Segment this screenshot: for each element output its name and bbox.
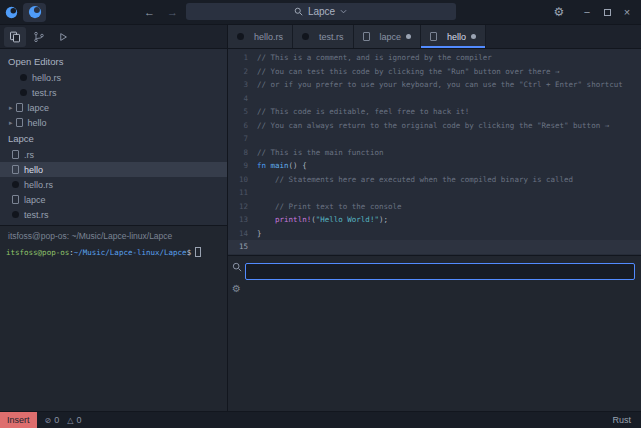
file-icon bbox=[363, 32, 370, 41]
tab-label: hello bbox=[447, 32, 466, 42]
error-icon: ⊘ bbox=[45, 416, 52, 425]
modified-dot bbox=[471, 34, 476, 39]
file-icon bbox=[12, 165, 19, 174]
tree-item-hello-rs[interactable]: hello.rs bbox=[0, 177, 227, 192]
tree-section-lapce: Lapce.rshellohello.rslapcetest.rs bbox=[0, 130, 227, 222]
forward-button[interactable]: → bbox=[167, 6, 178, 18]
maximize-button[interactable] bbox=[597, 0, 617, 24]
code-line[interactable]: 4 bbox=[228, 92, 641, 106]
file-explorer-icon[interactable] bbox=[4, 27, 26, 47]
maximize-icon bbox=[604, 9, 611, 16]
tree-item-hello-rs[interactable]: hello.rs bbox=[0, 70, 227, 85]
file-name: lapce bbox=[24, 195, 46, 205]
code-line[interactable]: 10 // Statements here are executed when … bbox=[228, 173, 641, 187]
code-line[interactable]: 1// This is a comment, and is ignored by… bbox=[228, 51, 641, 65]
line-number: 6 bbox=[228, 121, 248, 130]
code-line[interactable]: 12 // Print text to the console bbox=[228, 200, 641, 214]
code-text: // This is a comment, and is ignored by … bbox=[257, 53, 492, 62]
tree-item-test-rs[interactable]: test.rs bbox=[0, 85, 227, 100]
file-icon bbox=[430, 32, 437, 41]
panel-icon-strip: ⚙ bbox=[228, 256, 245, 411]
tree-item-test-rs[interactable]: test.rs bbox=[0, 207, 227, 222]
tree-item-rs[interactable]: .rs bbox=[0, 147, 227, 162]
code-line[interactable]: 8// This is the main function bbox=[228, 146, 641, 160]
code-line[interactable]: 15 bbox=[228, 240, 641, 254]
section-header-lapce[interactable]: Lapce bbox=[0, 130, 227, 147]
main-area: Open Editorshello.rstest.rs▸lapce▸helloL… bbox=[0, 25, 641, 411]
back-button[interactable]: ← bbox=[144, 6, 155, 18]
warnings-indicator[interactable]: △ 0 bbox=[67, 415, 81, 425]
tab-label: hello.rs bbox=[254, 32, 283, 42]
tree-item-hello[interactable]: hello bbox=[0, 162, 227, 177]
tree-item-lapce[interactable]: lapce bbox=[0, 192, 227, 207]
terminal-prompt-text: itsfoss@pop-os:~/Music/Lapce-linux/Lapce… bbox=[6, 248, 191, 257]
file-tree: Open Editorshello.rstest.rs▸lapce▸helloL… bbox=[0, 49, 227, 225]
tree-item-lapce[interactable]: ▸lapce bbox=[0, 100, 227, 115]
panel-gear-icon[interactable]: ⚙ bbox=[232, 283, 241, 294]
tab-hello[interactable]: hello bbox=[421, 25, 486, 48]
source-control-icon[interactable] bbox=[28, 27, 50, 47]
code-line[interactable]: 2// You can test this code by clicking t… bbox=[228, 65, 641, 79]
code-line[interactable]: 11 bbox=[228, 186, 641, 200]
line-number: 4 bbox=[228, 94, 248, 103]
line-number: 11 bbox=[228, 188, 248, 197]
code-text: // You can always return to the original… bbox=[257, 121, 609, 130]
code-text: // Statements here are executed when the… bbox=[257, 175, 573, 184]
mode-badge[interactable]: Insert bbox=[0, 412, 37, 428]
panel-body bbox=[245, 256, 641, 411]
code-text: } bbox=[257, 229, 262, 238]
statusbar: Insert ⊘ 0 △ 0 Rust bbox=[0, 411, 641, 428]
debug-run-icon[interactable] bbox=[52, 27, 74, 47]
line-number: 3 bbox=[228, 80, 248, 89]
command-palette[interactable]: Lapce bbox=[186, 3, 456, 20]
warning-count: 0 bbox=[76, 415, 81, 425]
panel-search-icon[interactable] bbox=[232, 262, 242, 272]
terminal-panel[interactable]: itsfoss@pop-os: ~/Music/Lapce-linux/Lapc… bbox=[0, 225, 227, 411]
line-number: 12 bbox=[228, 202, 248, 211]
file-icon bbox=[16, 103, 23, 112]
tab-bar: hello.rstest.rslapcehello bbox=[228, 25, 641, 49]
section-header-open-editors[interactable]: Open Editors bbox=[0, 53, 227, 70]
rust-file-icon bbox=[20, 74, 27, 81]
file-name: test.rs bbox=[24, 210, 49, 220]
line-number: 15 bbox=[228, 242, 248, 251]
workspace-logo-button[interactable] bbox=[23, 3, 46, 22]
lapce-window: ← → Lapce ⚙ − × bbox=[0, 0, 641, 428]
tab-label: lapce bbox=[380, 32, 402, 42]
file-icon bbox=[16, 118, 23, 127]
code-line[interactable]: 5// This code is editable, feel free to … bbox=[228, 105, 641, 119]
rust-file-icon bbox=[302, 33, 309, 40]
rust-file-icon bbox=[12, 211, 19, 218]
search-input[interactable] bbox=[245, 263, 635, 280]
tab-hello-rs[interactable]: hello.rs bbox=[228, 25, 293, 48]
file-icon bbox=[12, 195, 19, 204]
tree-item-hello[interactable]: ▸hello bbox=[0, 115, 227, 130]
file-name: test.rs bbox=[32, 88, 57, 98]
code-line[interactable]: 9fn main() { bbox=[228, 159, 641, 173]
error-count: 0 bbox=[54, 415, 59, 425]
errors-indicator[interactable]: ⊘ 0 bbox=[45, 415, 60, 425]
code-text: // This is the main function bbox=[257, 148, 383, 157]
tab-lapce[interactable]: lapce bbox=[354, 25, 422, 48]
titlebar-controls: ⚙ − × bbox=[549, 0, 641, 24]
line-number: 10 bbox=[228, 175, 248, 184]
line-number: 1 bbox=[228, 53, 248, 62]
titlebar: ← → Lapce ⚙ − × bbox=[0, 0, 641, 25]
sidebar-toolbar bbox=[0, 25, 227, 49]
tab-test-rs[interactable]: test.rs bbox=[293, 25, 354, 48]
language-indicator[interactable]: Rust bbox=[612, 415, 631, 425]
code-line[interactable]: 14} bbox=[228, 227, 641, 241]
code-line[interactable]: 13 println!("Hello World!"); bbox=[228, 213, 641, 227]
code-line[interactable]: 3// or if you prefer to use your keyboar… bbox=[228, 78, 641, 92]
file-icon bbox=[12, 150, 19, 159]
editor[interactable]: 1// This is a comment, and is ignored by… bbox=[228, 49, 641, 255]
close-button[interactable]: × bbox=[617, 0, 637, 24]
tree-section-open-editors: Open Editorshello.rstest.rs▸lapce▸hello bbox=[0, 53, 227, 130]
file-name: .rs bbox=[24, 150, 34, 160]
minimize-button[interactable]: − bbox=[577, 0, 597, 24]
settings-gear-icon[interactable]: ⚙ bbox=[549, 0, 569, 24]
editor-column: hello.rstest.rslapcehello 1// This is a … bbox=[228, 25, 641, 411]
code-line[interactable]: 7 bbox=[228, 132, 641, 146]
code-line[interactable]: 6// You can always return to the origina… bbox=[228, 119, 641, 133]
file-name: lapce bbox=[28, 103, 50, 113]
